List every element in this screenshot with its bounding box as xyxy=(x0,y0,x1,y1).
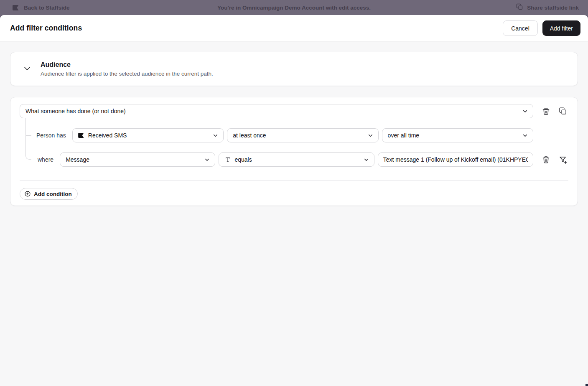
frequency-select[interactable]: at least once xyxy=(227,128,378,142)
copy-icon xyxy=(559,107,567,115)
filter-plus-icon xyxy=(559,155,568,164)
filter-condition-card: What someone has done (or not done) xyxy=(10,97,578,206)
value-input[interactable] xyxy=(378,152,533,167)
share-staffside-link-label: Share staffside link xyxy=(527,5,579,11)
chevron-down-icon xyxy=(204,157,210,163)
account-context-banner: You're in Omnicampaign Demo Account with… xyxy=(0,5,588,11)
text-type-icon xyxy=(224,156,231,163)
app-topbar: Back to Staffside You're in Omnicampaign… xyxy=(0,0,588,15)
modal-body: Audience Audience filter is applied to t… xyxy=(0,42,588,206)
trash-icon xyxy=(542,107,550,116)
audience-title: Audience xyxy=(41,61,213,69)
brand-flag-icon xyxy=(78,133,85,138)
delete-property-filter-button[interactable] xyxy=(541,155,551,165)
operator-select[interactable]: equals xyxy=(219,152,374,167)
brand-flag-icon xyxy=(13,5,20,10)
duplicate-condition-button[interactable] xyxy=(558,106,568,116)
event-criteria-row: Person has Received SMS at least once xyxy=(20,128,568,142)
chevron-down-icon xyxy=(212,132,219,139)
where-label: where xyxy=(38,156,53,163)
modal-header-actions: Cancel Add filter xyxy=(503,20,580,36)
back-to-staffside-button[interactable]: Back to Staffside xyxy=(13,5,70,11)
operator-select-value: equals xyxy=(234,156,359,163)
copy-link-icon xyxy=(516,3,523,12)
condition-type-row: What someone has done (or not done) xyxy=(20,104,568,118)
add-property-filter-button[interactable] xyxy=(558,155,568,165)
delete-condition-button[interactable] xyxy=(541,106,551,116)
property-select[interactable]: Message xyxy=(60,152,215,167)
timeframe-select-value: over all time xyxy=(388,132,519,139)
audience-description: Audience filter is applied to the select… xyxy=(41,71,213,77)
chevron-down-icon xyxy=(23,64,32,74)
condition-type-select[interactable]: What someone has done (or not done) xyxy=(20,104,533,118)
audience-collapse-toggle[interactable] xyxy=(22,63,33,74)
add-filter-conditions-modal: Add filter conditions Cancel Add filter … xyxy=(0,15,588,386)
condition-type-select-value: What someone has done (or not done) xyxy=(25,108,519,114)
property-filter-row: where Message equals xyxy=(20,152,568,167)
plus-circle-icon xyxy=(24,190,31,197)
timeframe-select[interactable]: over all time xyxy=(382,128,533,142)
modal-title: Add filter conditions xyxy=(10,24,82,33)
frequency-select-value: at least once xyxy=(233,132,364,139)
chevron-down-icon xyxy=(522,132,528,139)
modal-header: Add filter conditions Cancel Add filter xyxy=(0,15,588,42)
chevron-down-icon xyxy=(522,108,528,114)
add-filter-button[interactable]: Add filter xyxy=(542,20,580,36)
chevron-down-icon xyxy=(363,157,369,163)
back-to-staffside-label: Back to Staffside xyxy=(24,5,70,11)
event-select-value: Received SMS xyxy=(88,132,209,139)
trash-icon xyxy=(542,155,550,164)
add-condition-button[interactable]: Add condition xyxy=(20,188,78,200)
person-has-label: Person has xyxy=(36,132,66,139)
corner-artifact xyxy=(585,384,588,386)
audience-section-card: Audience Audience filter is applied to t… xyxy=(10,52,578,86)
chevron-down-icon xyxy=(367,132,374,139)
cancel-button[interactable]: Cancel xyxy=(503,20,538,36)
property-select-value: Message xyxy=(66,156,201,163)
add-condition-label: Add condition xyxy=(34,191,72,197)
card-divider xyxy=(20,180,568,181)
share-staffside-link-button[interactable]: Share staffside link xyxy=(516,3,579,12)
event-select[interactable]: Received SMS xyxy=(72,128,224,142)
audience-text-block: Audience Audience filter is applied to t… xyxy=(41,61,213,77)
